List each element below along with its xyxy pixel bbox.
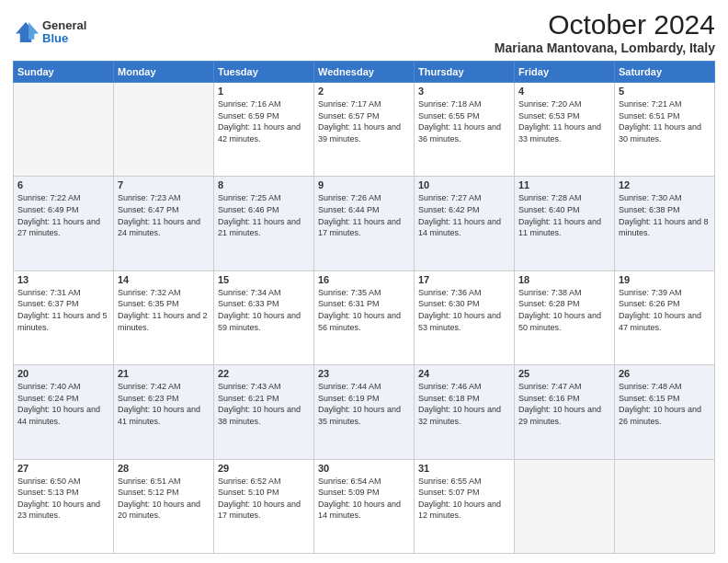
day-number: 15 <box>218 274 310 285</box>
day-info: Sunrise: 7:44 AM Sunset: 6:19 PM Dayligh… <box>318 381 410 427</box>
day-info: Sunrise: 7:40 AM Sunset: 6:24 PM Dayligh… <box>17 381 109 427</box>
calendar-cell: 27Sunrise: 6:50 AM Sunset: 5:13 PM Dayli… <box>14 459 114 553</box>
day-info: Sunrise: 7:31 AM Sunset: 6:37 PM Dayligh… <box>17 287 109 333</box>
calendar-cell: 7Sunrise: 7:23 AM Sunset: 6:47 PM Daylig… <box>114 177 214 270</box>
calendar-cell: 15Sunrise: 7:34 AM Sunset: 6:33 PM Dayli… <box>214 270 314 364</box>
header: General Blue October 2024 Mariana Mantov… <box>13 9 715 55</box>
calendar-cell: 8Sunrise: 7:25 AM Sunset: 6:46 PM Daylig… <box>214 177 314 270</box>
calendar-cell <box>114 83 214 177</box>
title-block: October 2024 Mariana Mantovana, Lombardy… <box>495 9 715 55</box>
weekday-header-thursday: Thursday <box>415 62 515 83</box>
day-number: 12 <box>619 179 711 190</box>
day-number: 6 <box>17 179 109 190</box>
day-number: 13 <box>17 274 109 285</box>
day-number: 27 <box>17 463 109 474</box>
calendar-cell: 17Sunrise: 7:36 AM Sunset: 6:30 PM Dayli… <box>415 270 515 364</box>
day-number: 19 <box>619 274 711 285</box>
calendar-cell: 23Sunrise: 7:44 AM Sunset: 6:19 PM Dayli… <box>314 365 415 459</box>
day-number: 5 <box>619 86 711 97</box>
day-info: Sunrise: 7:43 AM Sunset: 6:21 PM Dayligh… <box>218 381 310 427</box>
weekday-header-friday: Friday <box>515 62 615 83</box>
day-info: Sunrise: 7:47 AM Sunset: 6:16 PM Dayligh… <box>518 381 610 427</box>
calendar-week-row: 20Sunrise: 7:40 AM Sunset: 6:24 PM Dayli… <box>14 365 715 459</box>
calendar-cell: 24Sunrise: 7:46 AM Sunset: 6:18 PM Dayli… <box>415 365 515 459</box>
calendar-cell: 19Sunrise: 7:39 AM Sunset: 6:26 PM Dayli… <box>615 270 715 364</box>
calendar-cell <box>14 83 114 177</box>
weekday-header-tuesday: Tuesday <box>214 62 314 83</box>
day-info: Sunrise: 7:48 AM Sunset: 6:15 PM Dayligh… <box>619 381 711 427</box>
day-info: Sunrise: 6:55 AM Sunset: 5:07 PM Dayligh… <box>418 476 510 522</box>
day-number: 22 <box>218 368 310 379</box>
calendar-table: SundayMondayTuesdayWednesdayThursdayFrid… <box>13 61 715 554</box>
calendar-cell <box>515 459 615 553</box>
logo-icon <box>13 19 39 45</box>
logo: General Blue <box>13 19 86 46</box>
calendar-cell: 11Sunrise: 7:28 AM Sunset: 6:40 PM Dayli… <box>515 177 615 270</box>
calendar-cell: 9Sunrise: 7:26 AM Sunset: 6:44 PM Daylig… <box>314 177 415 270</box>
day-info: Sunrise: 7:38 AM Sunset: 6:28 PM Dayligh… <box>518 287 610 333</box>
day-number: 26 <box>619 368 711 379</box>
day-info: Sunrise: 6:54 AM Sunset: 5:09 PM Dayligh… <box>318 476 410 522</box>
day-number: 1 <box>218 86 310 97</box>
page: General Blue October 2024 Mariana Mantov… <box>0 0 728 563</box>
day-info: Sunrise: 7:27 AM Sunset: 6:42 PM Dayligh… <box>418 192 510 238</box>
calendar-week-row: 1Sunrise: 7:16 AM Sunset: 6:59 PM Daylig… <box>14 83 715 177</box>
day-number: 11 <box>518 179 610 190</box>
day-info: Sunrise: 7:34 AM Sunset: 6:33 PM Dayligh… <box>218 287 310 333</box>
calendar-cell: 13Sunrise: 7:31 AM Sunset: 6:37 PM Dayli… <box>14 270 114 364</box>
calendar-cell <box>615 459 715 553</box>
day-info: Sunrise: 7:30 AM Sunset: 6:38 PM Dayligh… <box>619 192 711 238</box>
weekday-header-monday: Monday <box>114 62 214 83</box>
calendar-week-row: 6Sunrise: 7:22 AM Sunset: 6:49 PM Daylig… <box>14 177 715 270</box>
day-info: Sunrise: 6:51 AM Sunset: 5:12 PM Dayligh… <box>118 476 210 522</box>
calendar-cell: 6Sunrise: 7:22 AM Sunset: 6:49 PM Daylig… <box>14 177 114 270</box>
logo-text: General Blue <box>42 19 86 46</box>
calendar-week-row: 27Sunrise: 6:50 AM Sunset: 5:13 PM Dayli… <box>14 459 715 553</box>
calendar-cell: 14Sunrise: 7:32 AM Sunset: 6:35 PM Dayli… <box>114 270 214 364</box>
day-number: 20 <box>17 368 109 379</box>
day-number: 16 <box>318 274 410 285</box>
day-info: Sunrise: 7:22 AM Sunset: 6:49 PM Dayligh… <box>17 192 109 238</box>
day-info: Sunrise: 7:20 AM Sunset: 6:53 PM Dayligh… <box>518 98 610 144</box>
calendar-cell: 26Sunrise: 7:48 AM Sunset: 6:15 PM Dayli… <box>615 365 715 459</box>
day-number: 8 <box>218 179 310 190</box>
day-number: 30 <box>318 463 410 474</box>
calendar-cell: 30Sunrise: 6:54 AM Sunset: 5:09 PM Dayli… <box>314 459 415 553</box>
day-info: Sunrise: 7:39 AM Sunset: 6:26 PM Dayligh… <box>619 287 711 333</box>
day-number: 25 <box>518 368 610 379</box>
day-info: Sunrise: 7:32 AM Sunset: 6:35 PM Dayligh… <box>118 287 210 333</box>
day-number: 24 <box>418 368 510 379</box>
calendar-cell: 10Sunrise: 7:27 AM Sunset: 6:42 PM Dayli… <box>415 177 515 270</box>
day-info: Sunrise: 6:50 AM Sunset: 5:13 PM Dayligh… <box>17 476 109 522</box>
day-number: 28 <box>118 463 210 474</box>
day-number: 7 <box>118 179 210 190</box>
calendar-cell: 31Sunrise: 6:55 AM Sunset: 5:07 PM Dayli… <box>415 459 515 553</box>
day-info: Sunrise: 7:26 AM Sunset: 6:44 PM Dayligh… <box>318 192 410 238</box>
day-number: 3 <box>418 86 510 97</box>
logo-general: General <box>42 19 86 32</box>
weekday-header-saturday: Saturday <box>615 62 715 83</box>
weekday-header-wednesday: Wednesday <box>314 62 415 83</box>
day-info: Sunrise: 7:42 AM Sunset: 6:23 PM Dayligh… <box>118 381 210 427</box>
day-number: 17 <box>418 274 510 285</box>
day-number: 31 <box>418 463 510 474</box>
day-info: Sunrise: 7:21 AM Sunset: 6:51 PM Dayligh… <box>619 98 711 144</box>
day-number: 9 <box>318 179 410 190</box>
logo-blue: Blue <box>42 32 86 45</box>
day-number: 14 <box>118 274 210 285</box>
calendar-cell: 12Sunrise: 7:30 AM Sunset: 6:38 PM Dayli… <box>615 177 715 270</box>
day-number: 21 <box>118 368 210 379</box>
day-info: Sunrise: 7:36 AM Sunset: 6:30 PM Dayligh… <box>418 287 510 333</box>
calendar-cell: 1Sunrise: 7:16 AM Sunset: 6:59 PM Daylig… <box>214 83 314 177</box>
calendar-cell: 25Sunrise: 7:47 AM Sunset: 6:16 PM Dayli… <box>515 365 615 459</box>
day-info: Sunrise: 7:46 AM Sunset: 6:18 PM Dayligh… <box>418 381 510 427</box>
location-title: Mariana Mantovana, Lombardy, Italy <box>495 40 715 55</box>
calendar-cell: 16Sunrise: 7:35 AM Sunset: 6:31 PM Dayli… <box>314 270 415 364</box>
calendar-cell: 4Sunrise: 7:20 AM Sunset: 6:53 PM Daylig… <box>515 83 615 177</box>
calendar-week-row: 13Sunrise: 7:31 AM Sunset: 6:37 PM Dayli… <box>14 270 715 364</box>
calendar-cell: 18Sunrise: 7:38 AM Sunset: 6:28 PM Dayli… <box>515 270 615 364</box>
calendar-cell: 2Sunrise: 7:17 AM Sunset: 6:57 PM Daylig… <box>314 83 415 177</box>
calendar-cell: 20Sunrise: 7:40 AM Sunset: 6:24 PM Dayli… <box>14 365 114 459</box>
day-info: Sunrise: 7:25 AM Sunset: 6:46 PM Dayligh… <box>218 192 310 238</box>
day-info: Sunrise: 7:16 AM Sunset: 6:59 PM Dayligh… <box>218 98 310 144</box>
